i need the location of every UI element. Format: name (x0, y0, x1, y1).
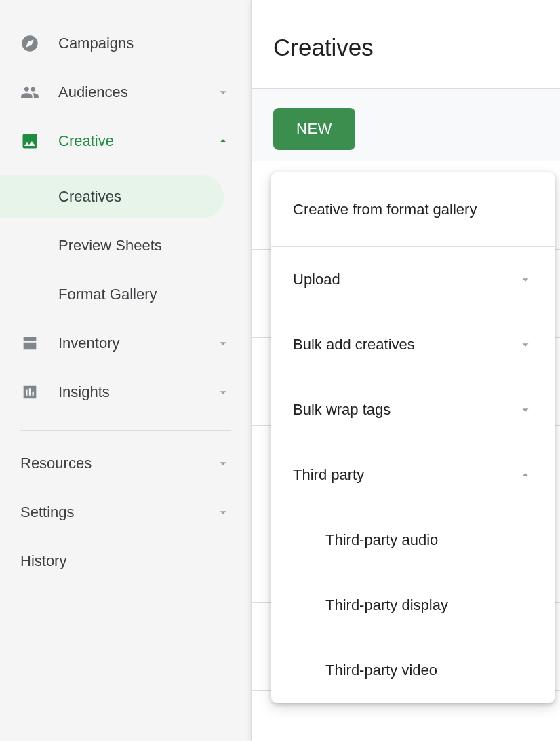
chevron-down-icon (216, 456, 231, 471)
sidebar-item-audiences[interactable]: Audiences (0, 68, 251, 117)
subitem-label: Format Gallery (58, 286, 157, 303)
image-icon (20, 132, 39, 151)
menu-item-upload[interactable]: Upload (271, 247, 555, 312)
chevron-up-icon (216, 134, 231, 149)
inventory-icon (20, 334, 39, 353)
people-icon (20, 83, 39, 102)
new-dropdown-menu: Creative from format gallery Upload Bulk… (271, 172, 555, 703)
page-header: Creatives (252, 0, 560, 89)
subitem-label: Preview Sheets (58, 237, 162, 254)
menu-subitem-third-party-video[interactable]: Third-party video (271, 638, 555, 703)
nav-label: Campaigns (58, 35, 231, 52)
sidebar-item-settings[interactable]: Settings (0, 488, 251, 537)
page-title: Creatives (273, 34, 538, 61)
chevron-down-icon (518, 402, 533, 417)
menu-label: Third-party display (325, 596, 448, 614)
sidebar-item-creative[interactable]: Creative (0, 117, 251, 166)
nav-label: Resources (20, 455, 216, 472)
nav-label: Insights (58, 383, 197, 401)
menu-label: Bulk wrap tags (293, 401, 518, 419)
chevron-down-icon (216, 336, 231, 351)
chart-icon (20, 383, 39, 402)
sidebar-item-history[interactable]: History (0, 537, 251, 586)
new-button[interactable]: NEW (273, 108, 355, 150)
subitem-label: Creatives (58, 188, 121, 206)
creative-subnav: Creatives Preview Sheets Format Gallery (0, 166, 251, 319)
sidebar-subitem-creatives[interactable]: Creatives (0, 172, 251, 221)
sidebar-item-resources[interactable]: Resources (0, 439, 251, 488)
sidebar-subitem-format-gallery[interactable]: Format Gallery (0, 270, 251, 319)
menu-label: Upload (293, 271, 518, 288)
chevron-down-icon (216, 385, 231, 400)
menu-label: Third party (293, 466, 518, 484)
divider (20, 430, 231, 431)
menu-label: Bulk add creatives (293, 336, 518, 354)
toolbar: NEW (252, 89, 560, 162)
chevron-up-icon (518, 468, 533, 482)
chevron-down-icon (216, 85, 231, 100)
chevron-down-icon (216, 505, 231, 520)
sidebar-subitem-preview-sheets[interactable]: Preview Sheets (0, 221, 251, 270)
menu-label: Third-party audio (325, 531, 438, 549)
nav-label: Audiences (58, 83, 197, 101)
compass-icon (20, 34, 39, 53)
nav-label: Inventory (58, 335, 197, 352)
menu-item-third-party[interactable]: Third party (271, 442, 555, 508)
menu-label: Creative from format gallery (293, 201, 533, 218)
menu-subitem-third-party-display[interactable]: Third-party display (271, 573, 555, 638)
menu-item-format-gallery[interactable]: Creative from format gallery (271, 172, 555, 247)
menu-item-bulk-add[interactable]: Bulk add creatives (271, 312, 555, 377)
menu-item-bulk-wrap[interactable]: Bulk wrap tags (271, 377, 555, 442)
chevron-down-icon (518, 272, 533, 287)
sidebar-item-inventory[interactable]: Inventory (0, 319, 251, 368)
nav-label: History (20, 552, 231, 570)
sidebar: Campaigns Audiences Creative Creatives P… (0, 0, 251, 741)
sidebar-item-campaigns[interactable]: Campaigns (0, 19, 251, 68)
menu-subitem-third-party-audio[interactable]: Third-party audio (271, 508, 555, 573)
sidebar-item-insights[interactable]: Insights (0, 368, 251, 417)
chevron-down-icon (518, 337, 533, 352)
nav-label: Creative (58, 132, 197, 150)
menu-label: Third-party video (325, 662, 437, 679)
nav-label: Settings (20, 504, 216, 521)
